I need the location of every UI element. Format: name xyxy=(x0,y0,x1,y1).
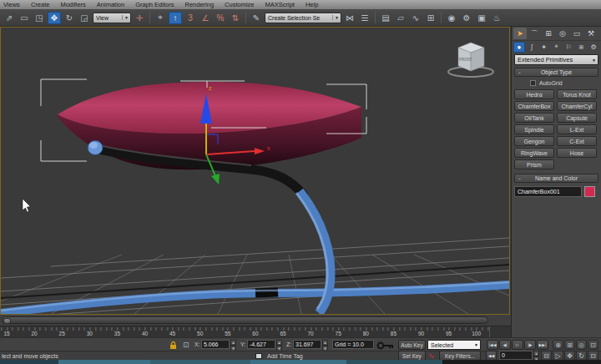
subcategory-dropdown[interactable]: Extended Primitives ▼ xyxy=(514,54,598,65)
render-setup-icon[interactable]: ⚙ xyxy=(460,12,473,24)
object-color-swatch[interactable] xyxy=(584,186,595,197)
align-icon[interactable]: ☰ xyxy=(358,12,371,24)
y-coord-field[interactable]: -4.627 xyxy=(247,340,275,349)
zoom-extents-icon[interactable]: ◎ xyxy=(576,340,587,350)
schematic-view-icon[interactable]: ⊞ xyxy=(424,12,437,24)
angle-snap-icon[interactable]: ∠ xyxy=(199,12,212,24)
rendered-frame-icon[interactable]: ▣ xyxy=(475,12,488,24)
object-type-torus-knot[interactable]: Torus Knot xyxy=(557,89,597,99)
lock-icon[interactable] xyxy=(169,341,178,350)
hose-ground-tube[interactable] xyxy=(1,282,509,313)
zoom-extents-all-icon[interactable]: ⊡ xyxy=(588,340,598,350)
category-spacewarps[interactable]: ≋ xyxy=(575,42,587,53)
menu-rendering[interactable]: Rendering xyxy=(184,1,214,8)
select-and-rotate-icon[interactable]: ↻ xyxy=(63,12,76,24)
object-type-c-ext[interactable]: C-Ext xyxy=(557,136,597,146)
render-production-icon[interactable]: ♨ xyxy=(490,12,503,24)
go-to-start-button[interactable]: |◀◀ xyxy=(487,340,498,350)
scene-explorer-icon[interactable]: ▱ xyxy=(394,12,407,24)
toolbar-divider xyxy=(149,12,150,23)
frame-spinner[interactable]: ▲▼ xyxy=(533,351,539,360)
named-selection-dropdown[interactable]: Create Selection Se▼ xyxy=(265,13,341,23)
previous-frame-button[interactable]: ◀| xyxy=(499,340,511,350)
object-type-rollout-header[interactable]: - Object Type xyxy=(514,68,598,77)
add-time-tag-label[interactable]: Add Time Tag xyxy=(267,353,303,359)
category-shapes[interactable]: ∫ xyxy=(526,42,538,53)
view-cube[interactable]: FRONT xyxy=(448,43,493,77)
object-type-hose[interactable]: Hose xyxy=(557,148,597,158)
play-button[interactable]: ▷ xyxy=(512,340,523,350)
object-type-chamferbox[interactable]: ChamferBox xyxy=(514,101,554,111)
selection-set-dropdown[interactable]: Selected ▼ xyxy=(427,340,481,350)
material-editor-icon[interactable]: ◉ xyxy=(445,12,458,24)
auto-key-button[interactable]: Auto Key xyxy=(398,340,426,350)
select-and-manipulate-icon[interactable]: ✛ xyxy=(133,12,146,24)
menu-help[interactable]: Help xyxy=(306,1,318,8)
tab-display[interactable]: ▭ xyxy=(570,28,583,39)
tab-motion[interactable]: ◎ xyxy=(556,28,569,39)
x-spinner[interactable]: ▲▼ xyxy=(230,340,236,349)
menu-create[interactable]: Create xyxy=(31,1,50,8)
window-crossing-icon[interactable]: ◳ xyxy=(33,12,46,24)
object-type-gengon[interactable]: Gengon xyxy=(514,136,554,146)
autogrid-label: AutoGrid xyxy=(539,80,563,86)
curve-editor-icon[interactable]: ∿ xyxy=(409,12,422,24)
keyboard-override-icon[interactable]: ⌖ xyxy=(154,12,167,24)
zoom-icon[interactable]: ⊕ xyxy=(553,340,563,350)
timeline-number: 85 xyxy=(391,331,396,336)
menu-animation[interactable]: Animation xyxy=(97,1,124,8)
object-type-oiltank[interactable]: OilTank xyxy=(514,113,554,123)
category-lights[interactable]: ✦ xyxy=(538,42,550,53)
spinner-snap-icon[interactable]: ⇅ xyxy=(229,12,242,24)
tab-create[interactable]: ➤ xyxy=(513,28,527,39)
object-type-ringwave[interactable]: RingWave xyxy=(514,148,554,158)
menu-graph-editors[interactable]: Graph Editors xyxy=(135,1,174,8)
absolute-mode-icon[interactable]: ⊡ xyxy=(183,341,189,349)
snaps-toggle-icon[interactable]: ↑ xyxy=(169,12,182,24)
menu-modifiers[interactable]: Modifiers xyxy=(60,1,85,8)
tab-modify[interactable]: ⌒ xyxy=(528,28,541,39)
object-type-chamfercyl[interactable]: ChamferCyl xyxy=(557,101,597,111)
menu-customize[interactable]: Customize xyxy=(225,1,254,8)
x-coord-field[interactable]: 5.066 xyxy=(201,340,230,349)
next-frame-button[interactable]: |▶ xyxy=(524,340,536,350)
chamferbox-object[interactable] xyxy=(58,82,361,169)
timeline-ruler[interactable]: 1520253035404550556065707580859095100 xyxy=(0,326,511,337)
go-to-end-button[interactable]: ▶▶| xyxy=(537,340,548,350)
tab-hierarchy[interactable]: ⊞ xyxy=(542,28,555,39)
time-tag-cube-icon[interactable] xyxy=(255,353,262,359)
select-and-scale-icon[interactable]: ◲ xyxy=(78,12,91,24)
zoom-all-icon[interactable]: ⊞ xyxy=(564,340,575,350)
z-coord-field[interactable]: 31.697 xyxy=(293,340,321,349)
category-geometry[interactable]: ● xyxy=(513,42,525,53)
object-type-prism[interactable]: Prism xyxy=(514,159,554,169)
z-spinner[interactable]: ▲▼ xyxy=(322,340,328,349)
rectangular-selection-icon[interactable]: ▭ xyxy=(18,12,31,24)
category-systems[interactable]: ⚙ xyxy=(588,42,599,53)
perspective-viewport[interactable]: z x FRONT xyxy=(0,27,510,315)
time-slider-track[interactable] xyxy=(2,316,488,324)
select-and-link-icon[interactable]: ⇗ xyxy=(3,12,16,24)
percent-snap-icon[interactable]: % xyxy=(214,12,227,24)
snap-3d-icon[interactable]: 3 xyxy=(184,12,197,24)
current-frame-field[interactable]: 0 xyxy=(499,351,533,360)
menu-maxscript[interactable]: MAXScript xyxy=(265,1,295,8)
reference-coordinate-dropdown[interactable]: View▼ xyxy=(93,13,131,23)
menu-views[interactable]: Views xyxy=(3,1,20,8)
time-slider-handle[interactable] xyxy=(3,318,11,324)
autogrid-checkbox[interactable] xyxy=(530,80,536,86)
named-selection-sets-icon[interactable]: ✎ xyxy=(250,12,263,24)
name-color-rollout-header[interactable]: - Name and Color xyxy=(514,174,598,183)
object-name-field[interactable]: ChamferBox001 xyxy=(514,186,582,197)
tab-utilities[interactable]: ⚒ xyxy=(584,28,598,39)
layer-manager-icon[interactable]: ▤ xyxy=(379,12,392,24)
object-type-capsule[interactable]: Capsule xyxy=(557,113,597,123)
object-type-l-ext[interactable]: L-Ext xyxy=(557,124,597,134)
mirror-icon[interactable]: ⋈ xyxy=(343,12,356,24)
y-spinner[interactable]: ▲▼ xyxy=(276,340,282,349)
object-type-spindle[interactable]: Spindle xyxy=(514,124,554,134)
select-and-move-icon[interactable]: ✥ xyxy=(48,12,61,24)
category-helpers[interactable]: ⚐ xyxy=(563,42,574,53)
category-cameras[interactable]: ⌖ xyxy=(551,42,563,53)
object-type-hedra[interactable]: Hedra xyxy=(514,89,554,99)
